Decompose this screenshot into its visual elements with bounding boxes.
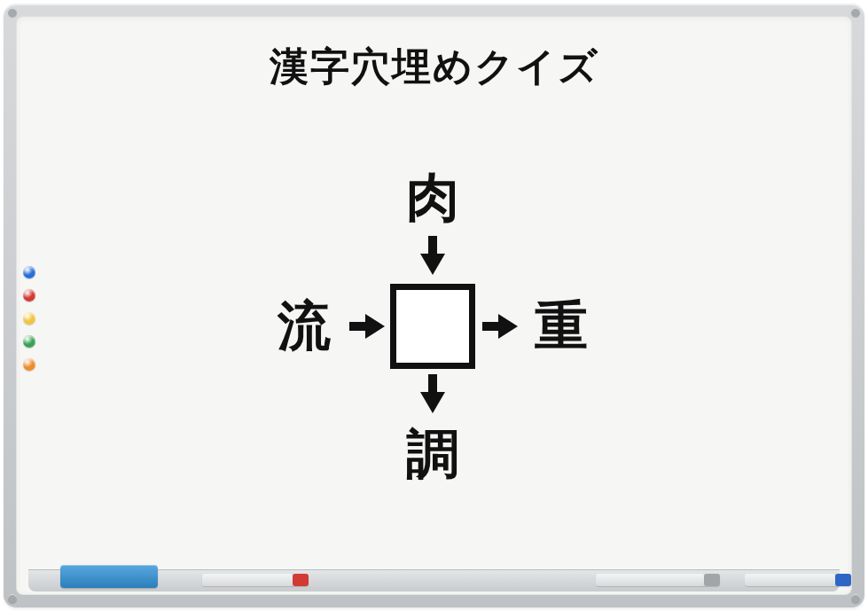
marker-cap — [835, 574, 851, 586]
marker-body — [596, 574, 704, 586]
kanji-right: 重 — [521, 286, 601, 366]
marker-gray — [596, 574, 720, 586]
kanji-puzzle: 肉 流 重 調 — [16, 149, 852, 504]
whiteboard-frame: 漢字穴埋めクイズ 肉 流 重 調 — [4, 4, 864, 607]
whiteboard-eraser — [60, 565, 158, 588]
viewport: 漢字穴埋めクイズ 肉 流 重 調 — [0, 0, 868, 611]
marker-cap — [704, 574, 720, 586]
corner-pin-bottom-right — [851, 594, 860, 603]
arrow-down-icon — [420, 374, 445, 413]
whiteboard-surface: 漢字穴埋めクイズ 肉 流 重 調 — [16, 16, 852, 595]
marker-blue — [745, 574, 851, 586]
marker-cap — [293, 574, 309, 586]
corner-pin-top-right — [851, 8, 860, 17]
arrow-right-icon — [349, 314, 385, 339]
arrow-right-icon — [482, 314, 518, 339]
corner-pin-top-left — [8, 8, 17, 17]
kanji-top: 肉 — [393, 158, 473, 238]
arrow-down-icon — [420, 236, 445, 275]
corner-pin-bottom-left — [8, 594, 17, 603]
kanji-bottom: 調 — [393, 415, 473, 495]
marker-tray — [28, 569, 840, 591]
marker-body — [202, 574, 293, 586]
marker-red — [202, 574, 309, 586]
answer-box[interactable] — [390, 284, 475, 369]
quiz-title: 漢字穴埋めクイズ — [16, 41, 852, 93]
marker-body — [745, 574, 835, 586]
kanji-left: 流 — [264, 286, 344, 366]
